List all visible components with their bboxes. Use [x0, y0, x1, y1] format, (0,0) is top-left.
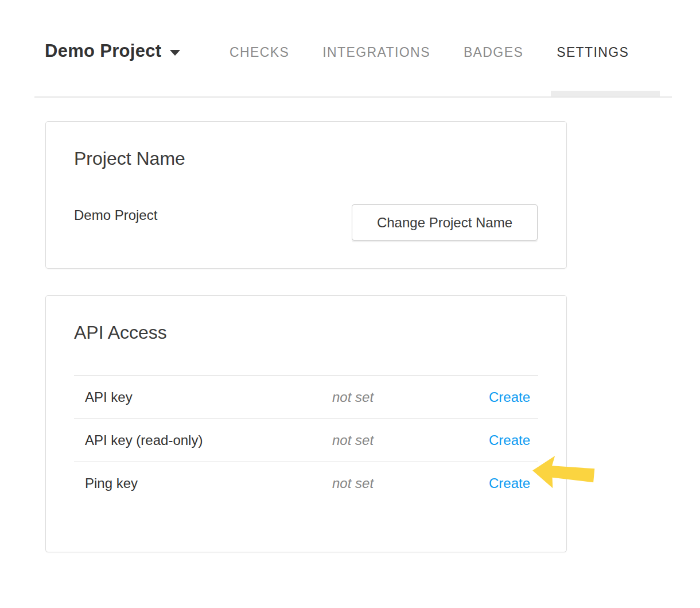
- chevron-down-icon: [170, 50, 180, 56]
- tab-bar: CHECKS INTEGRATIONS BADGES SETTINGS: [213, 44, 645, 61]
- ping-key-create-link[interactable]: Create: [489, 475, 530, 491]
- project-name-value: Demo Project: [74, 207, 157, 224]
- api-key-readonly-create-link[interactable]: Create: [489, 432, 530, 448]
- api-key-readonly-value: not set: [332, 432, 374, 448]
- api-key-create-link[interactable]: Create: [489, 389, 530, 405]
- ping-key-label: Ping key: [85, 475, 332, 491]
- tab-badges[interactable]: BADGES: [447, 44, 540, 61]
- project-settings-page: Demo Project CHECKS INTEGRATIONS BADGES …: [0, 0, 700, 608]
- nav-divider: [34, 96, 672, 98]
- api-access-card: API Access API key not set Create API ke…: [45, 295, 567, 552]
- api-access-table: API key not set Create API key (read-onl…: [74, 375, 538, 505]
- table-row-ping-key: Ping key not set Create: [74, 462, 538, 505]
- project-title: Demo Project: [45, 41, 161, 61]
- tab-integrations[interactable]: INTEGRATIONS: [306, 44, 447, 61]
- tab-settings[interactable]: SETTINGS: [540, 44, 645, 61]
- tab-checks[interactable]: CHECKS: [213, 44, 306, 61]
- api-key-value: not set: [332, 389, 374, 405]
- project-name-card-title: Project Name: [74, 147, 185, 170]
- project-switcher-dropdown[interactable]: Demo Project: [45, 40, 180, 62]
- table-row-api-key-readonly: API key (read-only) not set Create: [74, 419, 538, 462]
- ping-key-value: not set: [332, 475, 374, 491]
- project-name-card: Project Name Demo Project Change Project…: [45, 121, 567, 269]
- api-access-card-title: API Access: [74, 321, 167, 344]
- api-key-label: API key: [85, 389, 332, 405]
- api-key-readonly-label: API key (read-only): [85, 432, 332, 448]
- table-row-api-key: API key not set Create: [74, 375, 538, 419]
- change-project-name-button[interactable]: Change Project Name: [352, 204, 538, 241]
